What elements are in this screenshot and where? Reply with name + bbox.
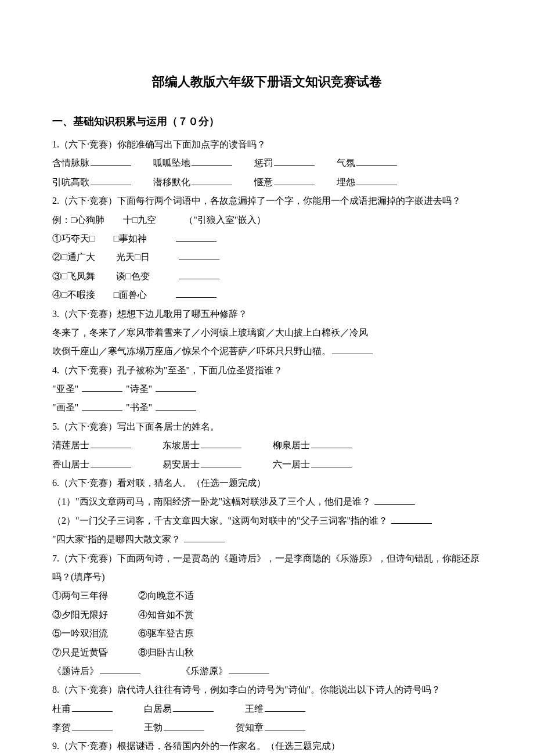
blank[interactable] bbox=[179, 251, 219, 260]
q5-row2: 香山居士 易安居士 六一居士 bbox=[52, 456, 482, 473]
blank[interactable] bbox=[265, 721, 305, 730]
blank[interactable] bbox=[72, 703, 113, 712]
page-title: 部编人教版六年级下册语文知识竞赛试卷 bbox=[52, 70, 482, 94]
blank[interactable] bbox=[91, 176, 131, 185]
q1-prompt: 1.（六下·竞赛）你能准确写出下面加点字的读音吗？ bbox=[52, 136, 482, 153]
blank[interactable] bbox=[184, 533, 225, 542]
blank[interactable] bbox=[173, 703, 214, 712]
q4-prompt: 4.（六下·竞赛）孔子被称为"至圣"，下面几位圣贤指谁？ bbox=[52, 362, 482, 379]
q7-opt2: ②向晚意不适 bbox=[138, 591, 194, 600]
q8-r2-b: 王勃 bbox=[144, 722, 163, 732]
blank[interactable] bbox=[274, 157, 315, 166]
q7-opts-r1: ①两句三年得 ②向晚意不适 bbox=[52, 587, 482, 604]
blank[interactable] bbox=[229, 665, 269, 674]
blank[interactable] bbox=[356, 157, 397, 166]
q8-r1-a: 杜甫 bbox=[52, 704, 71, 714]
blank[interactable] bbox=[91, 157, 131, 166]
q4-r2-b: "书圣" bbox=[126, 402, 152, 412]
q5-prompt: 5.（六下·竞赛）写出下面各居士的姓名。 bbox=[52, 418, 482, 435]
q1-r2-b: 潜移默化 bbox=[153, 177, 190, 187]
q1-r1-d: 气氛 bbox=[337, 158, 355, 168]
blank[interactable] bbox=[192, 176, 232, 185]
blank[interactable] bbox=[311, 439, 352, 448]
q2-item2: ②□通广大 光天□日 bbox=[52, 249, 482, 266]
q7-ans1-label: 《题诗后》 bbox=[52, 666, 99, 676]
q2-item4: ④□不暇接 □面兽心 bbox=[52, 286, 482, 304]
q1-r2-c: 惬意 bbox=[254, 177, 273, 187]
blank[interactable] bbox=[176, 232, 217, 242]
blank[interactable] bbox=[82, 383, 122, 392]
q7-ans2-label: 《乐游原》 bbox=[181, 666, 228, 676]
q5-r2-c: 六一居士 bbox=[273, 459, 310, 469]
q1-r2-a: 引吭高歌 bbox=[52, 177, 89, 187]
blank[interactable] bbox=[332, 345, 373, 354]
q5-r1-c: 柳泉居士 bbox=[273, 440, 310, 450]
blank[interactable] bbox=[274, 176, 315, 185]
q6-item2-text: （2）"一门父子三词客，千古文章四大家。"这两句对联中的"父子三词客"指的谁？ bbox=[52, 516, 388, 525]
blank[interactable] bbox=[201, 439, 241, 448]
q1-r1-a: 含情脉脉 bbox=[52, 158, 89, 168]
q3-line2: 吹倒千座山／寒气冻塌万座庙／惊呆个个泥菩萨／吓坏只只野山猫。 bbox=[52, 343, 482, 360]
q6-item3-text: "四大家"指的是哪四大散文家？ bbox=[52, 534, 181, 544]
q2-example: 例：□心狗肺 十□九空 （"引狼入室"嵌入） bbox=[52, 211, 482, 229]
blank[interactable] bbox=[100, 665, 140, 674]
blank[interactable] bbox=[91, 439, 131, 448]
blank[interactable] bbox=[265, 703, 305, 712]
q7-opt4: ④知音如不赏 bbox=[138, 610, 194, 620]
q2-item1: ①巧夺天□ □事如神 bbox=[52, 230, 482, 247]
blank[interactable] bbox=[179, 270, 219, 279]
q6-item1-text: （1）"西汉文章两司马，南阳经济一卧龙"这幅对联涉及了三个人，他们是谁？ bbox=[52, 496, 371, 506]
q2-item3: ③□飞凤舞 谈□色变 bbox=[52, 268, 482, 285]
q7-opt5: ⑤一吟双泪流 bbox=[52, 628, 108, 638]
blank[interactable] bbox=[156, 383, 196, 392]
q5-row1: 清莲居士 东坡居士 柳泉居士 bbox=[52, 437, 482, 454]
blank[interactable] bbox=[176, 289, 217, 298]
blank[interactable] bbox=[91, 458, 131, 467]
blank[interactable] bbox=[201, 458, 241, 467]
q9-prompt: 9.（六下·竞赛）根据谜语，各猜国内外的一作家名。（任选三题完成） bbox=[52, 737, 482, 755]
blank[interactable] bbox=[164, 721, 204, 730]
q5-r2-a: 香山居士 bbox=[52, 459, 89, 469]
q5-r1-b: 东坡居士 bbox=[163, 440, 200, 450]
q7-opts-r3: ⑤一吟双泪流 ⑥驱车登古原 bbox=[52, 625, 482, 642]
q6-item2: （2）"一门父子三词客，千古文章四大家。"这两句对联中的"父子三词客"指的谁？ bbox=[52, 512, 482, 530]
q7-opt7: ⑦只是近黄昏 bbox=[52, 647, 108, 657]
q1-row1: 含情脉脉 呱呱坠地 惩罚 气氛 bbox=[52, 154, 482, 172]
q8-prompt: 8.（六下·竞赛）唐代诗人往往有诗号，例如李白的诗号为"诗仙"。你能说出以下诗人… bbox=[52, 681, 482, 699]
q8-row2: 李贺 王勃 贺知章 bbox=[52, 719, 482, 736]
blank[interactable] bbox=[192, 157, 232, 166]
q5-r2-b: 易安居士 bbox=[163, 459, 200, 469]
blank[interactable] bbox=[82, 401, 122, 411]
q1-row2: 引吭高歌 潜移默化 惬意 埋怨 bbox=[52, 174, 482, 191]
q8-r2-a: 李贺 bbox=[52, 722, 71, 732]
q4-r1-b: "诗圣" bbox=[126, 384, 152, 394]
q6-item1: （1）"西汉文章两司马，南阳经济一卧龙"这幅对联涉及了三个人，他们是谁？ bbox=[52, 493, 482, 510]
blank[interactable] bbox=[391, 514, 432, 524]
q6-prompt: 6.（六下·竞赛）看对联，猜名人。（任选一题完成） bbox=[52, 474, 482, 492]
blank[interactable] bbox=[356, 176, 397, 185]
q2-item3-text: ③□飞凤舞 谈□色变 bbox=[52, 271, 150, 281]
q6-item3: "四大家"指的是哪四大散文家？ bbox=[52, 531, 482, 548]
q7-opt3: ③夕阳无限好 bbox=[52, 610, 108, 620]
q4-r1-a: "亚圣" bbox=[52, 384, 78, 394]
q2-item2-text: ②□通广大 光天□日 bbox=[52, 252, 150, 262]
q8-r1-c: 王维 bbox=[245, 704, 264, 714]
q4-row2: "画圣" "书圣" bbox=[52, 399, 482, 416]
q7-answers: 《题诗后》 《乐游原》 bbox=[52, 663, 482, 680]
blank[interactable] bbox=[72, 721, 113, 730]
blank[interactable] bbox=[311, 458, 352, 467]
q7-opts-r4: ⑦只是近黄昏 ⑧归卧古山秋 bbox=[52, 644, 482, 661]
q7-prompt2: 吗？(填序号) bbox=[52, 568, 482, 586]
q7-opts-r2: ③夕阳无限好 ④知音如不赏 bbox=[52, 606, 482, 624]
q8-row1: 杜甫 白居易 王维 bbox=[52, 700, 482, 718]
q4-r2-a: "画圣" bbox=[52, 402, 78, 412]
q1-r1-c: 惩罚 bbox=[254, 158, 273, 168]
blank[interactable] bbox=[374, 495, 415, 505]
section-header: 一、基础知识积累与运用（７０分） bbox=[52, 111, 482, 131]
q1-r1-b: 呱呱坠地 bbox=[153, 158, 190, 168]
blank[interactable] bbox=[156, 401, 196, 411]
q8-r2-c: 贺知章 bbox=[236, 722, 264, 732]
q7-opt6: ⑥驱车登古原 bbox=[138, 628, 194, 638]
q5-r1-a: 清莲居士 bbox=[52, 440, 89, 450]
q7-opt1: ①两句三年得 bbox=[52, 591, 108, 600]
